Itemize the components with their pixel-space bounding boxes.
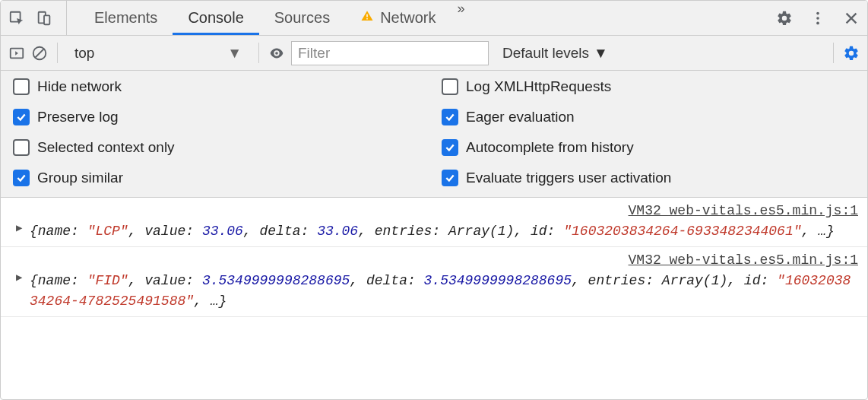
gear-icon[interactable] bbox=[776, 10, 793, 27]
live-expression-icon[interactable] bbox=[268, 45, 285, 62]
console-settings-gear-icon[interactable] bbox=[843, 45, 860, 62]
svg-rect-4 bbox=[366, 18, 368, 20]
checkbox-unchecked-icon bbox=[13, 78, 30, 95]
expand-caret-icon[interactable]: ▶ bbox=[16, 221, 22, 237]
tab-sources-label: Sources bbox=[274, 9, 330, 27]
log-entry[interactable]: VM32 web-vitals.es5.min.js:1 ▶ {name: "L… bbox=[1, 198, 867, 247]
devtools-tab-bar: Elements Console Sources Network » bbox=[1, 1, 867, 36]
warning-icon bbox=[360, 9, 374, 27]
log-object: {name: "LCP", value: 33.06, delta: 33.06… bbox=[30, 224, 835, 239]
context-value: top bbox=[74, 45, 94, 62]
setting-eager-eval[interactable]: Eager evaluation bbox=[442, 109, 855, 125]
setting-label: Autocomplete from history bbox=[466, 139, 634, 156]
levels-label: Default levels bbox=[502, 45, 589, 62]
log-source-link[interactable]: VM32 web-vitals.es5.min.js:1 bbox=[30, 250, 858, 271]
tab-sources[interactable]: Sources bbox=[259, 1, 345, 35]
log-object: {name: "FID", value: 3.5349999998288695,… bbox=[30, 273, 851, 309]
kebab-menu-icon[interactable] bbox=[809, 10, 826, 27]
setting-label: Selected context only bbox=[37, 139, 175, 156]
tab-elements-label: Elements bbox=[94, 9, 157, 27]
tab-console[interactable]: Console bbox=[173, 1, 258, 35]
checkbox-checked-icon bbox=[442, 170, 458, 186]
setting-evaluate-triggers[interactable]: Evaluate triggers user activation bbox=[442, 170, 855, 186]
setting-label: Evaluate triggers user activation bbox=[466, 170, 671, 186]
tab-elements[interactable]: Elements bbox=[79, 1, 173, 35]
console-settings-panel: Hide network Log XMLHttpRequests Preserv… bbox=[1, 71, 867, 198]
checkbox-checked-icon bbox=[13, 170, 30, 186]
setting-label: Preserve log bbox=[37, 109, 119, 125]
checkbox-checked-icon bbox=[13, 109, 30, 125]
svg-point-10 bbox=[275, 52, 278, 55]
sidebar-toggle-icon[interactable] bbox=[8, 45, 25, 62]
console-output: VM32 web-vitals.es5.min.js:1 ▶ {name: "L… bbox=[1, 198, 867, 317]
log-source-link[interactable]: VM32 web-vitals.es5.min.js:1 bbox=[30, 201, 858, 221]
setting-label: Hide network bbox=[37, 78, 122, 95]
more-tabs-button[interactable]: » bbox=[451, 1, 471, 35]
setting-hide-network[interactable]: Hide network bbox=[13, 78, 426, 95]
device-toggle-icon[interactable] bbox=[36, 10, 52, 27]
setting-autocomplete-history[interactable]: Autocomplete from history bbox=[442, 139, 855, 156]
console-toolbar: top ▼ Default levels ▼ bbox=[1, 36, 867, 71]
execution-context-select[interactable]: top ▼ bbox=[67, 42, 249, 65]
close-icon[interactable] bbox=[843, 10, 860, 27]
setting-log-xhr[interactable]: Log XMLHttpRequests bbox=[442, 78, 855, 95]
clear-console-icon[interactable] bbox=[31, 45, 48, 62]
log-levels-select[interactable]: Default levels ▼ bbox=[495, 45, 616, 62]
setting-selected-context[interactable]: Selected context only bbox=[13, 139, 426, 156]
chevron-down-icon: ▼ bbox=[227, 45, 242, 62]
tab-network[interactable]: Network bbox=[345, 1, 451, 35]
tab-bar-right-icons bbox=[768, 10, 860, 27]
filter-input[interactable] bbox=[291, 41, 489, 65]
setting-label: Eager evaluation bbox=[466, 109, 575, 125]
setting-label: Group similar bbox=[37, 170, 123, 186]
checkbox-checked-icon bbox=[442, 109, 458, 125]
expand-caret-icon[interactable]: ▶ bbox=[16, 270, 22, 286]
tab-network-label: Network bbox=[380, 9, 436, 27]
svg-rect-3 bbox=[366, 14, 368, 17]
svg-point-7 bbox=[816, 21, 819, 24]
tab-console-label: Console bbox=[188, 9, 243, 27]
checkbox-unchecked-icon bbox=[442, 78, 458, 95]
svg-point-5 bbox=[816, 11, 819, 14]
devtools-tabs: Elements Console Sources Network » bbox=[79, 1, 471, 35]
log-entry[interactable]: VM32 web-vitals.es5.min.js:1 ▶ {name: "F… bbox=[1, 247, 867, 317]
chevron-down-icon: ▼ bbox=[594, 45, 608, 62]
svg-point-6 bbox=[816, 17, 819, 20]
setting-label: Log XMLHttpRequests bbox=[466, 78, 611, 95]
svg-rect-2 bbox=[44, 15, 49, 24]
tab-bar-left-icons bbox=[8, 1, 67, 35]
checkbox-checked-icon bbox=[442, 139, 458, 156]
setting-preserve-log[interactable]: Preserve log bbox=[13, 109, 426, 125]
setting-group-similar[interactable]: Group similar bbox=[13, 170, 426, 186]
inspect-element-icon[interactable] bbox=[8, 10, 25, 27]
checkbox-unchecked-icon bbox=[13, 139, 30, 156]
